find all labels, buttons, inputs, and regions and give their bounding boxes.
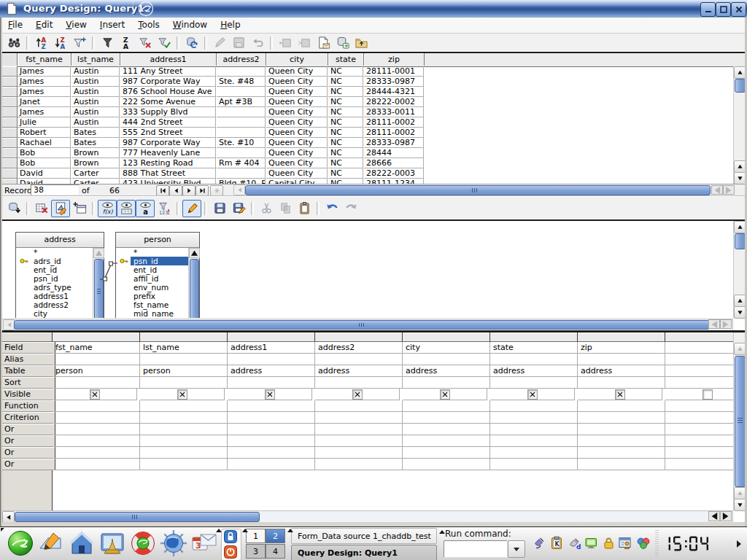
save-button[interactable] xyxy=(210,200,229,217)
pager-desktop-4[interactable]: 4 xyxy=(266,544,285,559)
scroll-thumb[interactable] xyxy=(190,259,199,318)
scroll-left-button[interactable] xyxy=(2,511,15,523)
row-header[interactable] xyxy=(1,77,18,87)
grid-cell[interactable] xyxy=(140,400,228,412)
grid-cell[interactable] xyxy=(665,354,733,365)
grid-cell[interactable] xyxy=(490,400,578,412)
grid-column-header[interactable] xyxy=(228,332,315,342)
row-header[interactable] xyxy=(1,66,18,77)
grid-cell[interactable] xyxy=(315,354,403,365)
grid-cell[interactable]: address xyxy=(490,365,578,377)
grid-cell[interactable] xyxy=(490,424,578,435)
grid-cell[interactable] xyxy=(140,459,228,470)
applet-handle-arrow[interactable] xyxy=(439,530,445,534)
pager-desktop-3[interactable]: 3 xyxy=(246,544,266,559)
grid-cell[interactable] xyxy=(490,412,578,424)
konqueror-launcher[interactable] xyxy=(159,529,188,558)
sort-descending-button[interactable]: ZA xyxy=(51,34,70,52)
grid-cell[interactable]: address xyxy=(228,365,315,377)
field-item-affil_id[interactable]: affil_id xyxy=(116,274,199,283)
record-last-button[interactable] xyxy=(196,185,209,196)
grid-cell[interactable] xyxy=(665,400,733,412)
grid-cell[interactable] xyxy=(403,400,490,412)
kwrite-launcher[interactable] xyxy=(36,529,66,558)
grid-cell[interactable] xyxy=(490,459,578,470)
grid-column-header[interactable] xyxy=(140,332,228,342)
scroll-thumb[interactable] xyxy=(735,79,746,93)
row-header[interactable] xyxy=(1,97,18,107)
visible-checkbox[interactable] xyxy=(440,389,450,400)
grid-cell[interactable]: zip xyxy=(578,342,665,354)
grid-cell[interactable] xyxy=(315,400,403,412)
grid-cell[interactable] xyxy=(53,459,140,470)
applet-handle-arrow[interactable] xyxy=(216,529,222,532)
grid-cell[interactable] xyxy=(53,412,140,424)
splitter-buttons[interactable] xyxy=(711,185,735,195)
grid-cell[interactable] xyxy=(315,447,403,459)
packages-tray-icon[interactable] xyxy=(636,536,651,551)
visible-checkbox[interactable] xyxy=(615,389,625,400)
grid-cell[interactable] xyxy=(578,400,665,412)
join-hscrollbar[interactable] xyxy=(1,319,733,331)
grid-cell[interactable] xyxy=(315,377,403,389)
grid-cell[interactable] xyxy=(403,354,490,365)
sort-ascending-button[interactable]: AZ xyxy=(32,34,51,52)
row-header[interactable] xyxy=(1,148,18,158)
scroll-thumb[interactable] xyxy=(735,356,746,487)
column-header-address2[interactable]: address2 xyxy=(217,53,266,66)
grid-cell[interactable] xyxy=(665,435,733,447)
column-header-address1[interactable]: address1 xyxy=(120,53,217,66)
find-button[interactable] xyxy=(4,34,23,52)
field-item-ent_id[interactable]: ent_id xyxy=(16,265,104,274)
grid-cell[interactable] xyxy=(315,424,403,435)
grid-cell[interactable] xyxy=(53,435,140,447)
grid-cell[interactable] xyxy=(140,435,228,447)
field-item-ent_id[interactable]: ent_id xyxy=(116,265,199,274)
delete-row-button[interactable] xyxy=(295,34,314,52)
save-record-button[interactable] xyxy=(229,34,248,52)
record-number-input[interactable]: 38 xyxy=(31,184,80,195)
row-header[interactable] xyxy=(1,107,18,117)
grid-cell[interactable] xyxy=(315,435,403,447)
grid-cell[interactable] xyxy=(578,377,665,389)
grid-cell[interactable]: lst_name xyxy=(140,342,228,354)
standard-filter-button[interactable] xyxy=(98,34,117,52)
paste-button[interactable] xyxy=(295,200,314,217)
help-center-launcher[interactable] xyxy=(128,529,158,558)
grid-cell[interactable] xyxy=(140,354,228,365)
edit-button[interactable] xyxy=(182,200,201,217)
maximize-button[interactable] xyxy=(716,2,731,17)
grid-cell[interactable] xyxy=(578,459,665,470)
scroll-thumb[interactable] xyxy=(735,233,746,249)
grid-cell[interactable] xyxy=(140,424,228,435)
grid-cell[interactable] xyxy=(228,447,315,459)
edit-data-button[interactable] xyxy=(210,34,229,52)
grid-cell[interactable] xyxy=(665,459,733,470)
column-header-fst_name[interactable]: fst_name xyxy=(18,53,71,66)
display-settings-tray-icon[interactable] xyxy=(584,536,599,551)
explorer-button[interactable] xyxy=(352,34,371,52)
grid-column-header[interactable] xyxy=(578,332,665,342)
apply-filter-button[interactable] xyxy=(155,34,174,52)
row-header[interactable] xyxy=(1,138,18,148)
design-view-button[interactable] xyxy=(51,200,70,217)
pager-desktop-1[interactable]: 1 xyxy=(246,529,266,543)
field-list-scrollbar[interactable] xyxy=(188,248,199,318)
field-item-adrs_type[interactable]: adrs_type xyxy=(16,283,104,292)
sort-order-button[interactable]: ZA xyxy=(117,34,136,52)
scroll-thumb[interactable] xyxy=(15,512,260,522)
grid-cell[interactable] xyxy=(53,447,140,459)
grid-cell[interactable]: state xyxy=(490,342,578,354)
grid-cell[interactable]: address xyxy=(315,365,403,377)
run-query-button[interactable] xyxy=(4,200,23,217)
alias-button[interactable]: a xyxy=(136,200,155,217)
grid-cell[interactable] xyxy=(490,389,575,400)
distinct-values-button[interactable]: 123! xyxy=(155,200,174,217)
applet-handle-arrow[interactable] xyxy=(242,529,248,532)
grid-cell[interactable] xyxy=(228,412,315,424)
grid-cell[interactable] xyxy=(665,412,733,424)
data-to-text-button[interactable] xyxy=(314,34,333,52)
insert-row-button[interactable] xyxy=(276,34,295,52)
task-button[interactable]: Form_Data source 1_chaddb_test xyxy=(291,528,437,544)
row-header[interactable] xyxy=(1,179,18,184)
